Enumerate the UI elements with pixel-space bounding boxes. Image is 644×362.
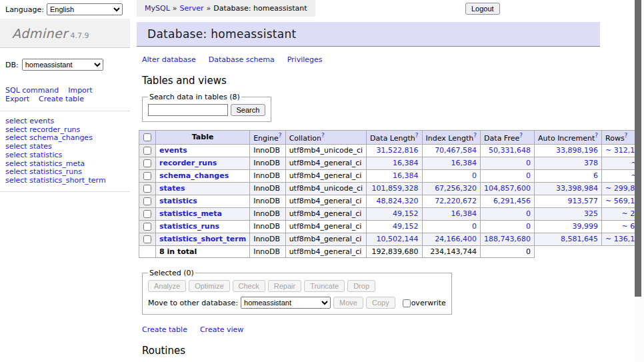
column-header-label: Data Length	[370, 134, 415, 143]
repair-button[interactable]: Repair	[268, 280, 301, 292]
data-length-link[interactable]: 31,522,816	[377, 146, 419, 155]
data-free-link[interactable]: 0	[526, 209, 531, 218]
auto-increment-link[interactable]: 913,577	[568, 197, 599, 205]
index-length-link[interactable]: 24,166,400	[435, 235, 477, 243]
index-length-link[interactable]: 16,384	[451, 209, 477, 218]
overwrite-checkbox[interactable]	[403, 299, 411, 307]
row-checkbox[interactable]	[143, 172, 151, 180]
truncate-button[interactable]: Truncate	[304, 280, 345, 292]
data-length-link[interactable]: 49,152	[393, 209, 419, 218]
row-checkbox[interactable]	[143, 235, 151, 243]
select-all-checkbox[interactable]	[143, 133, 151, 141]
row-checkbox[interactable]	[143, 159, 151, 167]
index-length-link[interactable]: 72,220,672	[435, 197, 477, 205]
data-length-link[interactable]: 10,502,144	[377, 235, 419, 243]
table-name-link[interactable]: recorder_runs	[159, 159, 217, 167]
create-table-link[interactable]: Create table	[142, 325, 187, 334]
sidebar-select-link[interactable]: select statistics_short_term	[5, 176, 106, 185]
data-free-link[interactable]: 104,857,600	[484, 184, 531, 193]
move-button[interactable]: Move	[333, 297, 363, 309]
scrollbar-track[interactable]	[635, 0, 644, 362]
index-length-link[interactable]: 67,256,320	[435, 184, 477, 193]
index-length-link[interactable]: 0	[472, 171, 477, 180]
column-help-link[interactable]: ?	[321, 132, 325, 139]
data-free-link[interactable]: 0	[526, 171, 531, 180]
drop-button[interactable]: Drop	[347, 280, 375, 292]
scrollbar-thumb[interactable]	[635, 0, 641, 297]
breadcrumb-server-link[interactable]: Server	[180, 4, 204, 13]
sidebar-link-export[interactable]: Export	[5, 95, 29, 103]
data-length-link[interactable]: 101,859,328	[372, 184, 419, 193]
auto-increment-link[interactable]: 39,999	[573, 222, 599, 231]
sidebar-select-link[interactable]: select statistics	[5, 151, 62, 159]
auto-increment-link[interactable]: 378	[584, 159, 598, 167]
breadcrumb-mysql-link[interactable]: MySQL	[145, 4, 170, 13]
optimize-button[interactable]: Optimize	[189, 280, 229, 292]
move-database-select[interactable]: homeassistant	[241, 297, 331, 309]
data-length-link[interactable]: 16,384	[393, 171, 419, 180]
collation-cell: utf8mb4_general_ci	[285, 207, 366, 220]
data-free-link[interactable]: 0	[526, 159, 531, 167]
copy-button[interactable]: Copy	[366, 297, 395, 309]
alter-database-link[interactable]: Alter database	[142, 55, 196, 64]
sidebar-select-link[interactable]: select schema_changes	[5, 133, 93, 142]
row-checkbox[interactable]	[143, 185, 151, 193]
sidebar-link-create-table[interactable]: Create table	[39, 95, 84, 103]
data-free-link[interactable]: 188,743,680	[484, 235, 531, 243]
table-name-link[interactable]: statistics_short_term	[159, 235, 246, 243]
row-checkbox[interactable]	[143, 223, 151, 231]
sidebar-select-link[interactable]: select statistics_meta	[5, 159, 85, 168]
data-length-link[interactable]: 48,824,320	[377, 197, 419, 205]
logout-button[interactable]: Logout	[465, 3, 500, 15]
search-input[interactable]	[148, 104, 228, 116]
sidebar-select-link[interactable]: select states	[5, 142, 52, 151]
create-view-link[interactable]: Create view	[200, 325, 243, 334]
table-name-link[interactable]: states	[159, 184, 185, 193]
sidebar-select-link[interactable]: select recorder_runs	[5, 125, 80, 134]
index-length-link[interactable]: 16,384	[451, 159, 477, 167]
column-help-link[interactable]: ?	[519, 132, 523, 139]
column-header-label: Auto Increment	[538, 134, 595, 143]
data-free-link[interactable]: 50,331,648	[489, 146, 531, 155]
auto-increment-link[interactable]: 33,398,984	[556, 184, 598, 193]
privileges-link[interactable]: Privileges	[287, 55, 323, 64]
sidebar-select-link[interactable]: select events	[5, 117, 54, 125]
db-select[interactable]: homeassistant	[22, 59, 103, 71]
sidebar-link-sql-command[interactable]: SQL command	[5, 86, 59, 95]
row-checkbox[interactable]	[143, 147, 151, 155]
data-free-link[interactable]: 6,291,456	[493, 197, 531, 205]
data-length-link[interactable]: 16,384	[393, 159, 419, 167]
auto-increment-link[interactable]: 325	[584, 209, 598, 218]
data-free-link[interactable]: 0	[526, 222, 531, 231]
row-checkbox[interactable]	[143, 210, 151, 218]
database-schema-link[interactable]: Database schema	[209, 55, 275, 64]
analyze-button[interactable]: Analyze	[148, 280, 186, 292]
collation-cell: utf8mb4_general_ci	[285, 169, 366, 182]
table-name-link[interactable]: statistics	[159, 197, 197, 205]
data-free-cell: 188,743,680	[481, 233, 535, 245]
table-name-link[interactable]: schema_changes	[159, 171, 229, 180]
language-select[interactable]: English	[47, 3, 123, 15]
search-button[interactable]: Search	[231, 104, 266, 116]
sidebar-select-link[interactable]: select statistics_runs	[5, 167, 82, 176]
index-length-link[interactable]: 70,467,584	[435, 146, 477, 155]
auto-increment-link[interactable]: 8,581,645	[561, 235, 598, 243]
data-free-cell: 104,857,600	[481, 182, 535, 195]
table-name-link[interactable]: statistics_meta	[159, 209, 222, 218]
column-help-link[interactable]: ?	[595, 132, 598, 139]
check-button[interactable]: Check	[233, 280, 265, 292]
sidebar-link-import[interactable]: Import	[68, 86, 93, 95]
row-checkbox[interactable]	[143, 197, 151, 205]
column-help-link[interactable]: ?	[279, 132, 282, 139]
auto-increment-link[interactable]: 6	[593, 171, 598, 180]
column-help-link[interactable]: ?	[473, 132, 477, 139]
index-length-cell: 16,384	[422, 207, 481, 220]
column-help-link[interactable]: ?	[625, 132, 628, 139]
column-help-link[interactable]: ?	[415, 132, 419, 139]
index-length-link[interactable]: 0	[472, 222, 477, 231]
table-name-link[interactable]: events	[159, 146, 187, 155]
index-length-cell: 16,384	[422, 157, 481, 169]
auto-increment-link[interactable]: 33,898,196	[556, 146, 598, 155]
table-name-link[interactable]: statistics_runs	[159, 222, 219, 231]
data-length-link[interactable]: 49,152	[393, 222, 419, 231]
